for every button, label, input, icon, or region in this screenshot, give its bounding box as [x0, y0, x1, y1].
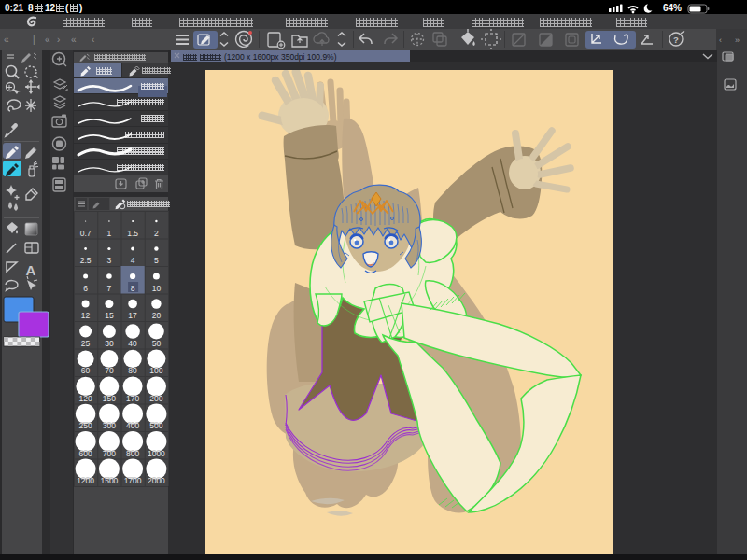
svg-text:|: |: [33, 35, 35, 45]
svg-text:1: 1: [107, 229, 112, 238]
svg-text:1500: 1500: [100, 476, 118, 485]
svg-text:30: 30: [105, 339, 114, 348]
svg-text:1000: 1000: [148, 449, 165, 458]
svg-text:200: 200: [149, 394, 162, 403]
svg-text:70: 70: [105, 366, 114, 375]
svg-text:A: A: [26, 262, 36, 278]
svg-text:»: »: [735, 35, 740, 45]
svg-text:›: ›: [57, 35, 60, 45]
svg-text:2000: 2000: [148, 476, 165, 485]
svg-text:«: «: [45, 35, 50, 45]
svg-text:?: ?: [673, 35, 679, 45]
svg-text:4: 4: [131, 256, 135, 265]
svg-text:17: 17: [128, 311, 137, 320]
svg-text:1200: 1200: [77, 476, 94, 485]
svg-text:300: 300: [103, 421, 116, 430]
svg-text:25: 25: [81, 339, 91, 348]
svg-text:20: 20: [152, 311, 162, 320]
svg-text:1700: 1700: [124, 476, 142, 485]
svg-text:50: 50: [152, 339, 162, 348]
svg-text:80: 80: [128, 366, 137, 375]
svg-text:170: 170: [126, 394, 139, 403]
svg-text:150: 150: [103, 394, 116, 403]
svg-text:«: «: [71, 35, 77, 45]
svg-text:400: 400: [126, 421, 139, 430]
svg-text:1.5: 1.5: [127, 229, 138, 238]
svg-text:250: 250: [79, 421, 92, 430]
svg-text:700: 700: [103, 449, 116, 458]
svg-text:‹: ‹: [719, 35, 722, 45]
svg-text:120: 120: [79, 394, 92, 403]
svg-text:2.5: 2.5: [80, 256, 92, 265]
svg-text:10: 10: [152, 284, 162, 293]
svg-text:600: 600: [79, 449, 92, 458]
svg-text:‹: ‹: [92, 35, 94, 45]
svg-text:60: 60: [81, 366, 91, 375]
svg-text:6: 6: [83, 284, 88, 293]
svg-text:«: «: [4, 35, 9, 45]
svg-text:2: 2: [154, 229, 159, 238]
svg-text:0.7: 0.7: [80, 229, 92, 238]
svg-text:5: 5: [154, 256, 159, 265]
svg-text:8: 8: [131, 284, 135, 293]
svg-text:3: 3: [107, 256, 112, 265]
svg-text:100: 100: [149, 366, 162, 375]
svg-text:12: 12: [81, 311, 91, 320]
svg-text:15: 15: [105, 311, 114, 320]
svg-text:40: 40: [128, 339, 137, 348]
svg-text:7: 7: [107, 284, 112, 293]
svg-text:500: 500: [149, 421, 162, 430]
svg-text:800: 800: [126, 449, 139, 458]
